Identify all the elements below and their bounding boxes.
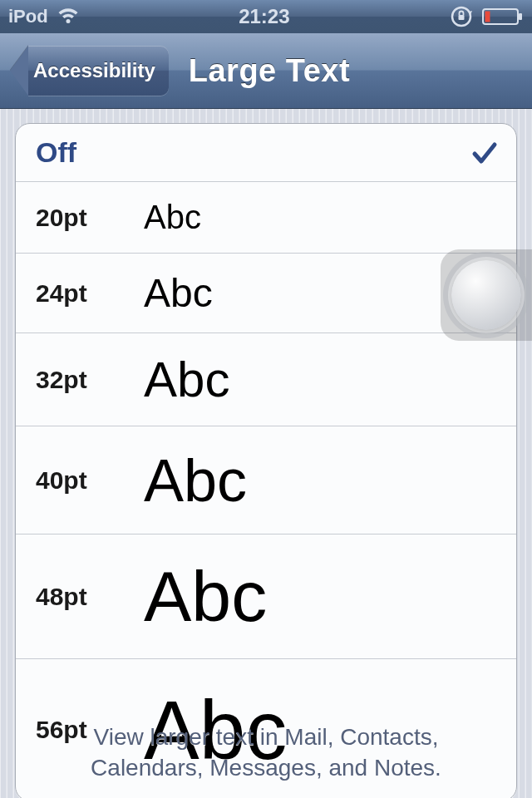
- sample-text: Abc: [144, 555, 267, 638]
- option-label: 32pt: [36, 366, 144, 394]
- option-off[interactable]: Off: [16, 124, 516, 182]
- footer-line-2: Calendars, Messages, and Notes.: [0, 753, 532, 783]
- svg-rect-3: [519, 13, 522, 20]
- option-label: 20pt: [36, 204, 144, 232]
- battery-low-icon: [482, 7, 524, 26]
- checkmark-icon: [470, 138, 500, 168]
- option-40pt[interactable]: 40pt Abc: [16, 426, 516, 534]
- device-label: iPod: [0, 0, 48, 33]
- text-size-list: Off 20pt Abc 24pt Abc 32pt Abc 40pt Abc …: [15, 123, 517, 798]
- assistive-touch-icon: [451, 260, 521, 330]
- footer-description: View larger text in Mail, Contacts, Cale…: [0, 722, 532, 783]
- back-button[interactable]: Accessibility: [10, 46, 169, 96]
- option-label: Off: [36, 136, 144, 169]
- sample-text: Abc: [144, 199, 201, 236]
- rotation-lock-icon: [449, 4, 474, 29]
- option-48pt[interactable]: 48pt Abc: [16, 534, 516, 659]
- option-label: 40pt: [36, 466, 144, 495]
- option-label: 24pt: [36, 279, 144, 308]
- option-label: 48pt: [36, 583, 144, 611]
- sample-text: Abc: [144, 270, 213, 316]
- wifi-icon: [57, 8, 80, 25]
- svg-rect-4: [485, 12, 490, 22]
- sample-text: Abc: [144, 446, 247, 515]
- status-bar: iPod 21:23: [0, 0, 532, 33]
- sample-text: Abc: [144, 351, 229, 408]
- option-20pt[interactable]: 20pt Abc: [16, 182, 516, 254]
- status-time: 21:23: [80, 0, 449, 33]
- svg-rect-1: [459, 15, 465, 20]
- assistive-touch-button[interactable]: [441, 249, 532, 341]
- page-title: Large Text: [169, 53, 532, 89]
- option-32pt[interactable]: 32pt Abc: [16, 333, 516, 426]
- nav-bar: Accessibility Large Text: [0, 33, 532, 109]
- back-button-label: Accessibility: [28, 46, 169, 96]
- footer-line-1: View larger text in Mail, Contacts,: [0, 722, 532, 752]
